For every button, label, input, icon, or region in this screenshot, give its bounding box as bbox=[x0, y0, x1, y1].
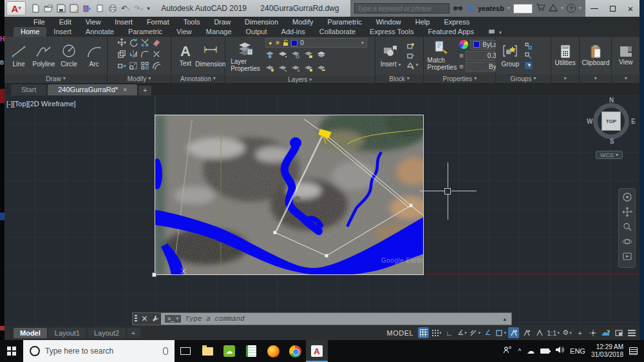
menu-draw[interactable]: Draw bbox=[207, 18, 238, 26]
layer-isolate-icon[interactable] bbox=[265, 50, 274, 61]
menu-view[interactable]: View bbox=[79, 18, 108, 26]
file-tab-document[interactable]: 240GurraGurraRd* × bbox=[48, 84, 137, 95]
panel-label-modify[interactable]: Modify▾ bbox=[108, 74, 171, 83]
signin-user-name[interactable]: yeatesb bbox=[478, 5, 504, 12]
panel-label-groups[interactable]: Groups▾ bbox=[496, 74, 550, 83]
ribbon-tab-express-tools[interactable]: Express Tools bbox=[363, 27, 421, 37]
menu-file[interactable]: File bbox=[26, 18, 52, 26]
menu-modify[interactable]: Modify bbox=[285, 18, 320, 26]
new-layout-button[interactable]: + bbox=[127, 328, 140, 338]
redo-button[interactable]: ↷▾ bbox=[134, 4, 143, 13]
move-icon[interactable] bbox=[117, 38, 126, 50]
taskbar-clock[interactable]: 12:29 AM 31/03/2018 bbox=[591, 343, 623, 359]
ortho-toggle[interactable]: ∟ bbox=[444, 327, 455, 338]
wcs-menu[interactable]: WCS ▾ bbox=[596, 151, 623, 159]
menu-insert[interactable]: Insert bbox=[108, 18, 140, 26]
new-file-icon[interactable] bbox=[31, 4, 40, 13]
drawing-canvas[interactable]: [-][Top][2D Wireframe] bbox=[5, 95, 639, 325]
layer-merge-icon[interactable] bbox=[317, 63, 326, 75]
graphics-performance[interactable] bbox=[600, 327, 611, 338]
ribbon-tab-annotate[interactable]: Annotate bbox=[79, 27, 121, 37]
full-navigation-wheel-icon[interactable] bbox=[622, 192, 632, 205]
app-menu-button[interactable]: A▾ bbox=[6, 1, 26, 15]
command-prompt-icon[interactable]: >_▾ bbox=[165, 315, 181, 323]
copy-icon[interactable] bbox=[117, 50, 126, 61]
layer-select[interactable]: ● ☀ 0 ▾ bbox=[265, 38, 367, 48]
dimension-button[interactable]: Dimension bbox=[200, 43, 222, 68]
ribbon-tab-home[interactable]: Home bbox=[14, 27, 46, 37]
aerial-map-image[interactable]: Google Earth bbox=[155, 115, 424, 275]
command-input-area[interactable]: >_▾ Type a command ▴ bbox=[161, 313, 511, 325]
command-history-up-icon[interactable]: ▴ bbox=[503, 316, 507, 322]
scale-select[interactable]: 1:1▾ bbox=[547, 327, 560, 338]
tray-expand-chevron[interactable]: ^ bbox=[518, 348, 521, 355]
close-button[interactable]: × bbox=[621, 1, 639, 15]
battery-icon[interactable] bbox=[540, 348, 549, 354]
rotate-icon[interactable] bbox=[129, 38, 138, 50]
polar-tracking-toggle[interactable]: ∡▾ bbox=[457, 327, 468, 338]
panel-label-layers[interactable]: Layers▾ bbox=[225, 76, 375, 83]
line-button[interactable]: Line bbox=[8, 43, 30, 68]
ribbon-display-toggle[interactable]: ▾ bbox=[481, 27, 509, 37]
mirror-icon[interactable] bbox=[129, 50, 138, 61]
layout2-tab[interactable]: Layout2 bbox=[88, 328, 126, 338]
model-tab[interactable]: Model bbox=[14, 328, 47, 338]
text-button[interactable]: A Text bbox=[175, 44, 196, 68]
start-button[interactable] bbox=[0, 340, 23, 362]
explode-icon[interactable] bbox=[152, 50, 161, 61]
keyword-search-input[interactable] bbox=[354, 3, 450, 14]
language-indicator[interactable]: ENG bbox=[570, 347, 585, 355]
viewport-controls-label[interactable]: [-][Top][2D Wireframe] bbox=[6, 100, 76, 108]
erase-icon[interactable] bbox=[152, 38, 161, 50]
insert-block-button[interactable]: Insert ▾ bbox=[379, 43, 403, 68]
infocenter-box[interactable] bbox=[513, 4, 533, 14]
help-icon[interactable]: ? bbox=[567, 4, 576, 13]
utilities-expand[interactable]: ▾ bbox=[551, 74, 580, 83]
file-tab-close-icon[interactable]: × bbox=[123, 86, 127, 93]
customization-menu[interactable] bbox=[626, 327, 637, 338]
panel-utilities[interactable]: Utilities ▾ bbox=[551, 37, 580, 83]
layer-freeze-icon[interactable] bbox=[278, 50, 287, 61]
osnap-toggle[interactable]: ∠ bbox=[482, 327, 493, 338]
osnap-settings-toggle[interactable]: ▾ bbox=[495, 327, 506, 338]
people-icon[interactable] bbox=[503, 345, 512, 357]
showmotion-icon[interactable] bbox=[622, 251, 632, 264]
fillet-icon[interactable] bbox=[140, 50, 149, 61]
snap-toggle[interactable]: ▾ bbox=[431, 327, 442, 338]
menu-parametric[interactable]: Parametric bbox=[320, 18, 368, 26]
customize-wrench-icon[interactable] bbox=[152, 313, 159, 325]
microphone-icon[interactable] bbox=[163, 347, 168, 355]
ribbon-tab-manage[interactable]: Manage bbox=[199, 27, 239, 37]
group-selection-icon[interactable] bbox=[524, 61, 533, 70]
layer-properties-button[interactable]: LayerProperties bbox=[229, 41, 262, 73]
annotation-visibility-toggle[interactable] bbox=[508, 327, 519, 338]
chrome-button[interactable] bbox=[284, 340, 306, 362]
chevron-down-icon[interactable]: ▾ bbox=[507, 6, 510, 11]
command-close-icon[interactable]: × bbox=[142, 313, 147, 325]
grid-toggle[interactable] bbox=[418, 327, 429, 338]
group-button[interactable]: Group bbox=[499, 43, 521, 68]
layer-lock-icon[interactable] bbox=[304, 50, 313, 61]
file-explorer-button[interactable] bbox=[196, 340, 218, 362]
panel-label-draw[interactable]: Draw▾ bbox=[5, 74, 107, 83]
new-drawing-tab-button[interactable]: + bbox=[138, 86, 151, 95]
isodraft-toggle[interactable]: ▾ bbox=[469, 327, 480, 338]
save-as-icon[interactable] bbox=[70, 4, 79, 13]
annotation-monitor[interactable]: + bbox=[574, 327, 585, 338]
transfer-icon[interactable] bbox=[82, 4, 91, 13]
ribbon-tab-parametric[interactable]: Parametric bbox=[121, 27, 169, 37]
ribbon-tab-featured-apps[interactable]: Featured Apps bbox=[421, 27, 481, 37]
zoom-icon[interactable] bbox=[622, 222, 632, 234]
ribbon-tab-view[interactable]: View bbox=[169, 27, 199, 37]
viewcube-top-face[interactable]: TOP bbox=[601, 111, 621, 131]
volume-icon[interactable] bbox=[555, 345, 564, 357]
panel-label-annotation[interactable]: Annotation▾ bbox=[171, 74, 225, 83]
drag-handle[interactable] bbox=[135, 315, 137, 323]
scale-icon[interactable] bbox=[129, 61, 138, 73]
array-icon[interactable] bbox=[140, 61, 149, 73]
model-space-toggle[interactable]: MODEL bbox=[387, 329, 414, 337]
layer-make-current-icon[interactable] bbox=[265, 63, 274, 75]
search-binoculars-icon[interactable] bbox=[453, 3, 463, 14]
offset-icon[interactable] bbox=[152, 61, 161, 73]
clean-screen[interactable] bbox=[613, 327, 624, 338]
